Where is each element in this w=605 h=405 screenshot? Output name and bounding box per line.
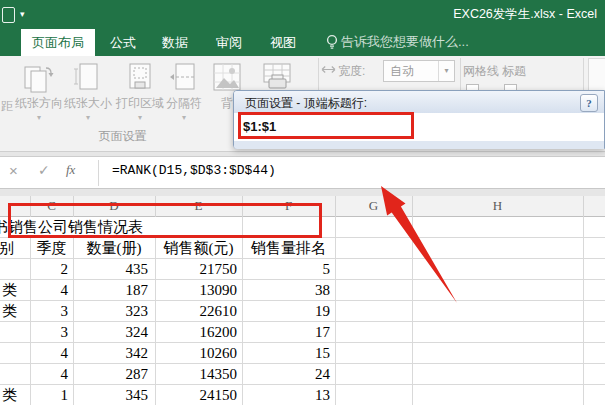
quick-access-dropdown-icon[interactable]: ▾ — [20, 8, 25, 20]
column-header-e[interactable]: E — [155, 198, 242, 214]
cell-f: 19 — [242, 301, 330, 322]
excel-window: ▾ EXC26发学生.xlsx - Excel 入 页面布局 公式 数据 审阅 … — [0, 0, 605, 405]
tab-review[interactable]: 审阅 — [206, 30, 252, 56]
breaks-label: 分隔符 — [166, 96, 202, 111]
table-row[interactable]: 4 342 10260 15 — [0, 343, 605, 364]
dialog-title: 页面设置 - 顶端标题行: — [245, 95, 367, 112]
header-quarter: 季度 — [30, 238, 73, 259]
tab-page-layout[interactable]: 页面布局 — [21, 29, 95, 56]
worksheet: C D E F G H 书销售公司销售情况表 别 季度 数量(册) 销售额(元)… — [0, 196, 605, 405]
orientation-button[interactable]: 纸张方向 ▾ — [14, 56, 64, 128]
paper-size-caret-icon: ▾ — [86, 113, 90, 123]
formula-bar-separator — [98, 160, 99, 186]
cell-d: 435 — [73, 259, 148, 280]
column-header-h[interactable]: H — [412, 198, 583, 214]
dialog-bottom-strip — [234, 141, 604, 149]
dialog-help-button[interactable]: ? — [580, 94, 598, 112]
cell-f: 13 — [242, 385, 330, 405]
dialog-title-bar[interactable]: 页面设置 - 顶端标题行: ? — [234, 91, 604, 114]
table-row[interactable]: 类 4 187 13090 38 — [0, 280, 605, 301]
breaks-icon — [167, 60, 201, 96]
scale-width-icon — [321, 63, 336, 76]
column-header-d[interactable]: D — [73, 198, 155, 214]
print-area-label: 打印区域 — [116, 96, 164, 111]
margins-button-partial[interactable]: 距 — [1, 98, 13, 115]
ribbon-separator — [318, 58, 319, 92]
ribbon-separator — [583, 58, 584, 92]
tab-view[interactable]: 视图 — [260, 30, 306, 56]
paper-size-icon — [71, 60, 105, 96]
print-area-icon — [123, 60, 157, 96]
breaks-button[interactable]: 分隔符 ▾ — [160, 56, 208, 128]
cell-e: 21750 — [155, 259, 237, 280]
cell-c: 4 — [30, 280, 68, 301]
breaks-caret-icon: ▾ — [182, 113, 186, 123]
cell-d: 342 — [73, 343, 148, 364]
cell-c: 1 — [30, 385, 68, 405]
insert-function-button[interactable]: fx — [66, 162, 75, 178]
formula-cancel-button[interactable]: × — [9, 163, 18, 178]
column-header-c[interactable]: C — [30, 198, 73, 214]
title-bar: ▾ EXC26发学生.xlsx - Excel — [0, 0, 605, 28]
cell-f: 24 — [242, 364, 330, 385]
cell-f: 38 — [242, 280, 330, 301]
header-quantity: 数量(册) — [73, 238, 155, 259]
orientation-caret-icon: ▾ — [37, 113, 41, 123]
cell-b: 类 — [2, 280, 17, 301]
paper-size-button[interactable]: 纸张大小 ▾ — [63, 56, 113, 128]
formula-text[interactable]: =RANK(D15,$D$3:$D$44) — [112, 163, 276, 178]
window-title: EXC26发学生.xlsx - Excel — [453, 7, 597, 21]
cell-c: 4 — [30, 343, 68, 364]
table-header-row[interactable]: 别 季度 数量(册) 销售额(元) 销售量排名 — [0, 238, 605, 259]
cell-e: 13090 — [155, 280, 237, 301]
cell-c: 2 — [30, 259, 68, 280]
print-area-caret-icon: ▾ — [138, 113, 142, 123]
tab-data[interactable]: 数据 — [152, 30, 198, 56]
cell-c: 4 — [30, 364, 68, 385]
chrome-band — [0, 189, 605, 196]
page-setup-group-label: 页面设置 — [80, 128, 165, 145]
paper-size-label: 纸张大小 — [64, 96, 112, 111]
cell-c: 3 — [30, 301, 68, 322]
table-row[interactable]: 类 1 345 24150 13 — [0, 385, 605, 405]
ribbon-separator — [460, 58, 461, 92]
cell-f: 17 — [242, 322, 330, 343]
table-row[interactable]: 2 435 21750 5 — [0, 259, 605, 280]
cell-d: 323 — [73, 301, 148, 322]
sheet-title-row[interactable]: 书销售公司销售情况表 — [0, 217, 605, 238]
headings-group-label: 标题 — [502, 63, 526, 80]
column-header-f[interactable]: F — [242, 198, 335, 214]
titles-row-input[interactable]: $1:$1 — [234, 113, 604, 141]
formula-enter-button[interactable]: ✓ — [38, 163, 50, 178]
titles-row-value: $1:$1 — [243, 119, 276, 134]
quick-access-icon[interactable] — [2, 7, 15, 23]
cell-d: 187 — [73, 280, 148, 301]
table-row[interactable]: 3 324 16200 17 — [0, 322, 605, 343]
cell-c: 3 — [30, 322, 68, 343]
tell-me-box[interactable]: 告诉我您想要做什么... — [341, 33, 469, 51]
cell-e: 10260 — [155, 343, 237, 364]
cell-f: 15 — [242, 343, 330, 364]
cell-b: 类 — [2, 301, 17, 322]
scale-width-label: 宽度: — [338, 63, 365, 80]
scale-width-dropdown[interactable]: 自动 ▾ — [383, 60, 455, 82]
table-row[interactable]: 4 287 14350 24 — [0, 364, 605, 385]
tab-formulas[interactable]: 公式 — [100, 30, 146, 56]
gridlines-group-label: 网格线 — [463, 63, 499, 80]
formula-bar — [0, 156, 605, 189]
cell-b: 类 — [2, 385, 17, 405]
sheet-title-text: 书销售公司销售情况表 — [0, 217, 143, 238]
cell-e: 14350 — [155, 364, 237, 385]
cell-d: 287 — [73, 364, 148, 385]
dropdown-caret-icon: ▾ — [438, 61, 454, 81]
header-sales-amount: 销售额(元) — [155, 238, 242, 259]
ribbon-edge-button-partial[interactable] — [588, 58, 605, 92]
print-area-button[interactable]: 打印区域 ▾ — [114, 56, 166, 128]
page-setup-collapse-dialog: 页面设置 - 顶端标题行: ? $1:$1 — [233, 90, 605, 149]
column-header-g[interactable]: G — [335, 198, 412, 214]
table-row[interactable]: 类 3 323 22610 19 — [0, 301, 605, 322]
tell-me-lightbulb-icon — [325, 34, 339, 50]
cell-d: 324 — [73, 322, 148, 343]
cell-e: 22610 — [155, 301, 237, 322]
header-category-partial: 别 — [0, 238, 14, 259]
